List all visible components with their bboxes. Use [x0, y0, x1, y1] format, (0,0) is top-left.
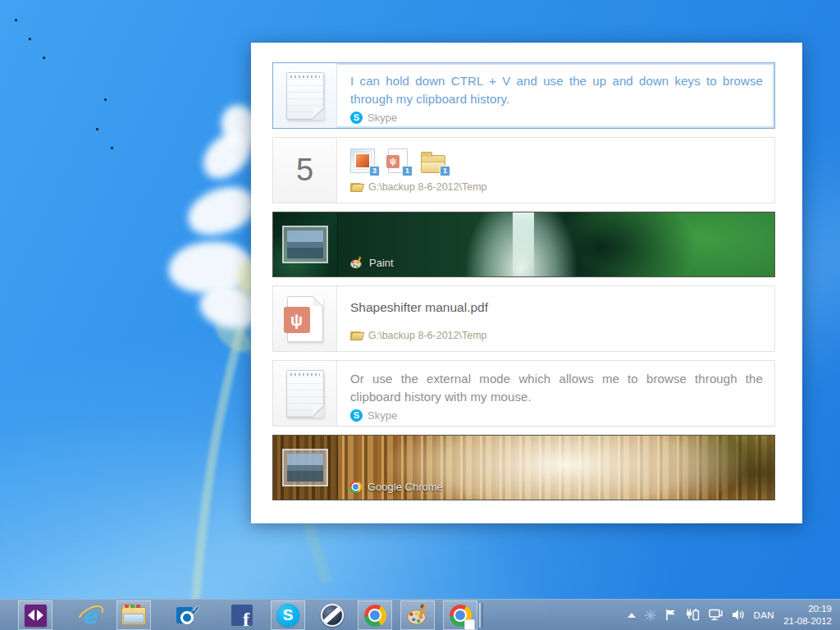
file-count: 5 — [296, 153, 313, 188]
clipboard-entry-text[interactable]: Or use the external mode which allows me… — [272, 360, 775, 427]
clipboard-image-autumn: Google Chrome — [337, 436, 774, 500]
clipboard-entry-text-selected[interactable]: I can hold down CTRL + V and use the up … — [272, 62, 775, 129]
taskbar-chrome-button[interactable] — [358, 600, 392, 630]
source-app-label: Skype — [368, 112, 397, 124]
clock-time: 20:19 — [783, 603, 832, 615]
chrome-app-icon — [450, 605, 472, 627]
desktop-speck — [104, 98, 107, 101]
image-thumb-cell — [273, 212, 337, 276]
file-path: G:\backup 8-6-2012\Temp — [368, 181, 487, 193]
chrome-icon — [364, 605, 386, 627]
taskbar-outlook-button[interactable]: ✓ — [171, 600, 205, 630]
taskbar-facebook-button[interactable] — [225, 600, 259, 630]
entry-icon-cell — [273, 63, 337, 128]
count-badge: 3 — [369, 166, 380, 176]
images-file-icon: 3 — [350, 148, 375, 173]
entry-icon-cell — [273, 361, 337, 426]
internet-explorer-icon: e — [77, 603, 102, 628]
chevron-up-icon[interactable] — [628, 613, 636, 618]
sphere-n-app-icon — [321, 604, 344, 627]
clipboard-text: I can hold down CTRL + V and use the up … — [350, 72, 763, 108]
source-app-label: Skype — [368, 409, 397, 422]
system-tray: DAN 20:19 21-08-2012 — [628, 603, 840, 628]
power-plug-icon[interactable] — [686, 609, 700, 621]
chrome-icon — [349, 481, 362, 493]
network-icon[interactable] — [709, 609, 723, 621]
taskbar-internet-explorer-button[interactable]: e — [72, 600, 107, 630]
desktop-speck — [111, 147, 113, 149]
sync-gear-icon[interactable] — [645, 609, 656, 621]
open-folder-icon — [350, 182, 363, 192]
desktop-speck — [43, 57, 45, 59]
source-app-label: Paint — [369, 257, 394, 269]
volume-icon[interactable] — [732, 609, 744, 621]
clipboard-entry-files[interactable]: 5 3 ψ 1 1 — [272, 137, 775, 203]
taskbar: e ✓ — [0, 599, 840, 630]
file-title: Shapeshifter manual.pdf — [350, 300, 763, 315]
desktop: I can hold down CTRL + V and use the up … — [0, 0, 840, 630]
folder-file-icon: 1 — [421, 148, 445, 173]
file-path: G:\backup 8-6-2012\Temp — [368, 330, 487, 341]
taskbar-chrome-app-button[interactable] — [443, 600, 477, 630]
file-explorer-icon — [121, 605, 146, 625]
open-folder-icon — [350, 331, 363, 340]
paint-icon — [349, 256, 363, 270]
clipboard-entry-image-paint[interactable]: Paint — [272, 212, 775, 277]
photo-thumbnail-icon — [282, 226, 328, 263]
notepad-icon — [286, 370, 324, 418]
notepad-icon — [286, 72, 324, 120]
clipboard-entry-pdf[interactable]: ψ Shapeshifter manual.pdf G:\backup 8-6-… — [272, 285, 775, 352]
clipboard-text: Or use the external mode which allows me… — [350, 370, 763, 406]
skype-icon — [350, 112, 363, 124]
visual-studio-icon — [25, 605, 47, 627]
count-badge: 1 — [440, 166, 450, 176]
photo-thumbnail-icon — [282, 449, 328, 486]
image-thumb-cell — [273, 436, 337, 500]
count-badge: 1 — [402, 166, 413, 176]
taskbar-skype-button[interactable] — [271, 600, 305, 630]
clock[interactable]: 20:19 21-08-2012 — [783, 603, 832, 628]
entry-icon-cell: ψ — [273, 286, 337, 351]
clipboard-image-waterfall: Paint — [337, 212, 774, 276]
skype-icon — [350, 409, 363, 422]
clipboard-entry-image-chrome[interactable]: Google Chrome — [272, 435, 775, 500]
desktop-speck — [29, 38, 31, 40]
desktop-speck — [15, 19, 17, 21]
outlook-icon: ✓ — [176, 605, 200, 626]
clipboard-history-panel: I can hold down CTRL + V and use the up … — [251, 43, 802, 523]
desktop-speck — [96, 128, 98, 130]
paint-icon — [406, 604, 429, 627]
pdf-document-icon: ψ — [287, 296, 323, 342]
taskbar-visual-studio-button[interactable] — [18, 600, 52, 630]
flag-icon[interactable] — [665, 609, 677, 621]
clock-date: 21-08-2012 — [783, 615, 832, 628]
pdf-file-icon: ψ 1 — [388, 148, 408, 173]
language-indicator[interactable]: DAN — [753, 610, 774, 620]
source-app-label: Google Chrome — [368, 481, 443, 493]
taskbar-file-explorer-button[interactable] — [116, 600, 151, 630]
entry-icon-cell: 5 — [273, 138, 337, 203]
taskbar-paint-button[interactable] — [400, 600, 435, 630]
facebook-icon — [231, 605, 253, 626]
taskbar-sphere-app-button[interactable] — [315, 600, 349, 630]
skype-icon — [276, 604, 299, 627]
